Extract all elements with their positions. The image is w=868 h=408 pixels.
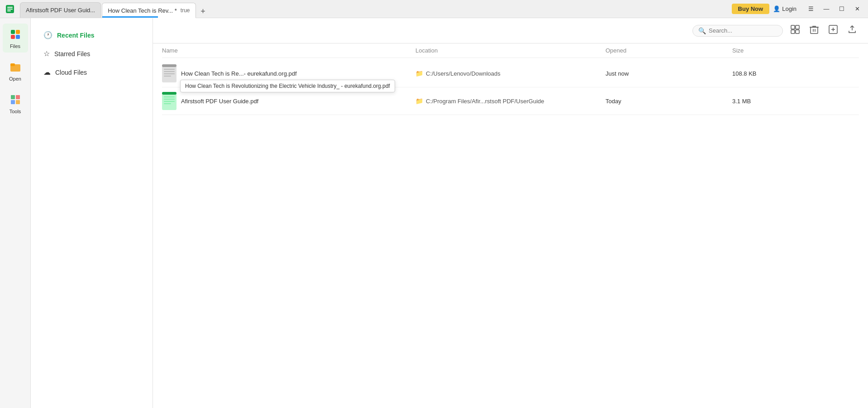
toolbar: 🔍 [153, 18, 868, 43]
delete-button[interactable] [807, 23, 821, 38]
open-label: Open [9, 76, 21, 82]
star-icon: ☆ [43, 49, 50, 58]
tools-icon [8, 92, 23, 107]
svg-rect-11 [16, 95, 20, 99]
svg-rect-12 [11, 100, 15, 104]
svg-rect-9 [10, 63, 15, 66]
svg-rect-26 [164, 69, 175, 70]
svg-rect-31 [162, 92, 176, 95]
filename-tooltip: How Clean Tech is Revolutionizing the El… [180, 80, 395, 92]
files-icon [8, 27, 23, 42]
svg-rect-27 [164, 71, 175, 72]
sidebar-item-tools[interactable]: Tools [3, 89, 28, 118]
svg-rect-6 [11, 35, 15, 39]
menu-button[interactable]: ☰ [804, 3, 818, 15]
svg-rect-10 [11, 95, 15, 99]
pdf-file-icon [162, 64, 176, 82]
sidebar-item-files[interactable]: Files [3, 24, 28, 53]
nav-cloud-files[interactable]: ☁ Cloud Files [34, 63, 149, 81]
login-button[interactable]: 👤 Login [773, 5, 796, 12]
main-layout: Files Open Tools [0, 18, 868, 408]
sidebar-icons: Files Open Tools [0, 18, 31, 408]
svg-rect-4 [11, 30, 15, 34]
svg-rect-7 [16, 35, 20, 39]
close-button[interactable]: ✕ [850, 3, 864, 15]
svg-rect-17 [796, 30, 799, 34]
svg-rect-28 [164, 73, 175, 74]
file-name-cell: Afirstsoft PDF User Guide.pdf [162, 92, 415, 110]
search-input[interactable] [709, 27, 772, 34]
nav-panel: 🕐 Recent Files ☆ Starred Files ☁ Cloud F… [31, 18, 153, 408]
grid-view-button[interactable] [788, 23, 802, 38]
search-box[interactable]: 🔍 [692, 25, 783, 37]
svg-rect-14 [791, 25, 795, 29]
svg-rect-35 [164, 103, 171, 104]
folder-icon: 📁 [415, 70, 423, 77]
content-area: 🔍 [153, 18, 868, 408]
svg-rect-32 [164, 96, 175, 97]
svg-rect-15 [796, 25, 799, 29]
search-icon: 🔍 [698, 27, 706, 34]
svg-rect-5 [16, 30, 20, 34]
add-button[interactable] [826, 23, 840, 38]
svg-rect-29 [164, 76, 171, 77]
minimize-button[interactable]: — [819, 3, 834, 15]
tab-close-icon[interactable]: true [181, 7, 190, 14]
cloud-icon: ☁ [43, 68, 51, 77]
window-controls: ☰ — ☐ ✕ [804, 3, 864, 15]
file-list-header: Name Location Opened Size [162, 43, 859, 58]
file-location: 📁 C:/Users/Lenovo/Downloads [415, 70, 606, 77]
tab-cleantech[interactable]: How Clean Tech is Rev... * true [102, 3, 196, 18]
nav-starred-files[interactable]: ☆ Starred Files [34, 45, 149, 62]
svg-rect-25 [162, 64, 176, 67]
table-row[interactable]: How Clean Tech is Re...- eurekafund.org.… [162, 60, 859, 87]
sidebar-item-open[interactable]: Open [3, 56, 28, 85]
maximize-button[interactable]: ☐ [835, 3, 849, 15]
recent-icon: 🕐 [43, 31, 52, 39]
tab-progress-bar [102, 16, 158, 18]
add-tab-button[interactable]: + [197, 5, 210, 18]
tab-afirstsoft[interactable]: Afirstsoft PDF User Guid... [20, 2, 101, 18]
title-bar-right: Buy Now 👤 Login ☰ — ☐ ✕ [732, 3, 868, 15]
file-location: 📁 C:/Program Files/Afir...rstsoft PDF/Us… [415, 97, 606, 105]
tools-label: Tools [10, 109, 21, 114]
app-logo [4, 3, 16, 15]
upload-button[interactable] [845, 23, 859, 38]
svg-rect-13 [16, 100, 20, 104]
title-bar: Afirstsoft PDF User Guid... How Clean Te… [0, 0, 868, 18]
buy-now-button[interactable]: Buy Now [732, 4, 770, 14]
svg-rect-33 [164, 99, 175, 100]
svg-rect-16 [791, 30, 795, 34]
svg-rect-1 [7, 7, 13, 8]
svg-rect-34 [164, 101, 175, 102]
files-label: Files [10, 43, 20, 49]
folder-icon: 📁 [415, 97, 423, 105]
pdf-file-icon-green [162, 92, 176, 110]
nav-recent-files[interactable]: 🕐 Recent Files [34, 26, 149, 44]
user-avatar-icon: 👤 [773, 5, 780, 12]
tab-bar: Afirstsoft PDF User Guid... How Clean Te… [20, 0, 732, 18]
svg-rect-18 [811, 27, 818, 34]
file-list: Name Location Opened Size How Clean [153, 43, 868, 408]
svg-rect-3 [7, 10, 11, 11]
svg-rect-2 [7, 9, 13, 10]
open-icon [8, 60, 23, 74]
